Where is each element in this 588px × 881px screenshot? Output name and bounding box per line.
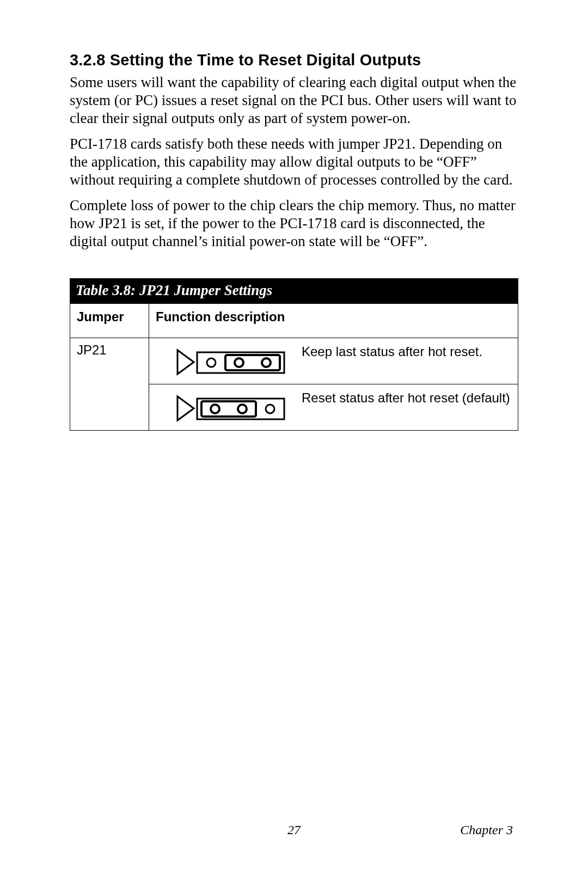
chapter-label: Chapter 3 bbox=[460, 823, 513, 837]
section-heading: 3.2.8 Setting the Time to Reset Digital … bbox=[70, 51, 518, 69]
cell-func-1: Keep last status after hot reset. bbox=[149, 338, 518, 384]
jumper-settings-table: Table 3.8: JP21 Jumper Settings Jumper F… bbox=[70, 278, 518, 431]
svg-point-10 bbox=[238, 405, 247, 413]
svg-point-5 bbox=[262, 358, 271, 367]
table-row: JP21 Keep last status bbox=[70, 338, 518, 384]
table-header-row: Jumper Function description bbox=[70, 304, 518, 338]
svg-marker-0 bbox=[177, 350, 194, 374]
cell-func-2: Reset status after hot reset (default) bbox=[149, 384, 518, 431]
table-header-func: Function description bbox=[149, 304, 518, 338]
page: 3.2.8 Setting the Time to Reset Digital … bbox=[0, 0, 588, 881]
table-title: Table 3.8: JP21 Jumper Settings bbox=[70, 279, 518, 304]
jumper-diagram-icon bbox=[175, 346, 290, 378]
table-title-row: Table 3.8: JP21 Jumper Settings bbox=[70, 279, 518, 304]
table-header-jumper: Jumper bbox=[70, 304, 149, 338]
jumper-diagram-icon bbox=[175, 392, 290, 425]
page-footer: 27 Chapter 3 bbox=[0, 823, 588, 837]
page-number: 27 bbox=[287, 823, 301, 837]
svg-point-11 bbox=[266, 405, 274, 413]
svg-point-2 bbox=[207, 358, 216, 367]
cell-func-2-desc: Reset status after hot reset (default) bbox=[302, 389, 512, 406]
svg-marker-6 bbox=[177, 396, 194, 420]
cell-func-1-desc: Keep last status after hot reset. bbox=[302, 342, 512, 360]
cell-jumper-name: JP21 bbox=[70, 338, 149, 431]
paragraph-3: Complete loss of power to the chip clear… bbox=[70, 197, 518, 250]
svg-point-9 bbox=[211, 405, 219, 413]
svg-point-4 bbox=[235, 358, 243, 367]
paragraph-1: Some users will want the capability of c… bbox=[70, 74, 518, 127]
paragraph-2: PCI-1718 cards satisfy both these needs … bbox=[70, 135, 518, 189]
